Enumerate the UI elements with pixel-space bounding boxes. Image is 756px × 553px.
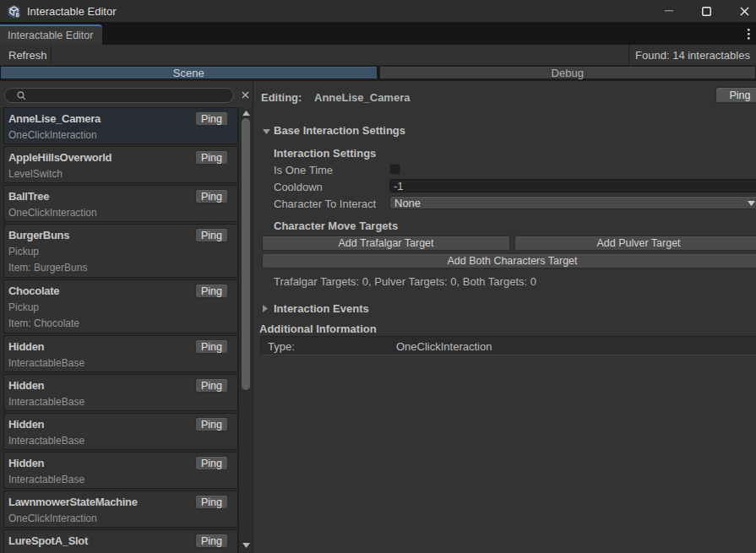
- list-item[interactable]: Hidden InteractableBase Ping: [3, 335, 238, 372]
- scroll-up-button[interactable]: [239, 107, 253, 118]
- add-trafalgar-target-button[interactable]: Add Trafalgar Target: [262, 236, 510, 251]
- editing-value: AnneLise_Camera: [314, 91, 410, 104]
- ping-label: Ping: [201, 152, 222, 164]
- list-item[interactable]: Hidden InteractableBase Ping: [3, 413, 238, 450]
- ping-button[interactable]: Ping: [195, 339, 228, 354]
- base-foldout-label: Base Interaction Settings: [274, 124, 405, 137]
- item-subtitle: OneClickInteraction: [8, 550, 229, 553]
- tab-label: Interactable Editor: [8, 30, 93, 41]
- titlebar: 6 Interactable Editor: [0, 0, 756, 23]
- interactable-editor-window: 6 Interactable Editor Interactable Edito…: [0, 0, 756, 553]
- list-item[interactable]: LureSpotA_Slot OneClickInteraction Ping: [3, 529, 238, 553]
- tab-menu-button[interactable]: [743, 27, 753, 41]
- ping-button[interactable]: Ping: [195, 456, 228, 470]
- kebab-menu-icon: [748, 29, 750, 40]
- list-item[interactable]: Hidden InteractableBase Ping: [3, 374, 238, 411]
- scroll-down-button[interactable]: [239, 539, 253, 550]
- scroll-down-icon: [242, 543, 250, 548]
- ping-label: Ping: [201, 285, 222, 297]
- item-subtitle: OneClickInteraction: [8, 205, 229, 221]
- is-one-time-label: Is One Time: [274, 164, 389, 176]
- search-field[interactable]: [4, 88, 234, 103]
- search-clear-button[interactable]: [238, 86, 253, 103]
- type-info-box: Type: OneClickInteraction: [260, 336, 756, 355]
- maximize-button[interactable]: [688, 0, 726, 22]
- ping-button[interactable]: Ping: [195, 150, 228, 165]
- target-buttons-row: Add Trafalgar Target Add Pulver Target: [262, 236, 756, 251]
- item-subtitle: OneClickInteraction: [8, 127, 229, 144]
- ping-label: Ping: [201, 535, 222, 547]
- window-controls: [650, 0, 756, 22]
- ping-button[interactable]: Ping: [195, 534, 228, 548]
- tab-debug-label: Debug: [552, 67, 584, 79]
- interaction-settings-header: Interaction Settings: [253, 146, 756, 161]
- item-subtitle: Item: BurgerBuns: [8, 260, 229, 276]
- ping-button[interactable]: Ping: [195, 378, 228, 393]
- list-scrollbar[interactable]: [238, 107, 253, 553]
- ping-button[interactable]: Ping: [195, 189, 228, 203]
- interaction-events-foldout[interactable]: Interaction Events: [253, 301, 756, 316]
- minimize-button[interactable]: [650, 0, 688, 22]
- ping-button[interactable]: Ping: [195, 228, 228, 242]
- add-both-characters-target-button[interactable]: Add Both Characters Target: [262, 253, 756, 268]
- add-trafalgar-label: Add Trafalgar Target: [338, 237, 433, 249]
- ping-button[interactable]: Ping: [195, 111, 228, 126]
- character-to-interact-dropdown[interactable]: None: [389, 196, 756, 209]
- ping-label: Ping: [201, 113, 222, 125]
- add-both-label: Add Both Characters Target: [447, 255, 577, 267]
- ping-button[interactable]: Ping: [195, 495, 228, 509]
- ping-button[interactable]: Ping: [195, 417, 228, 431]
- character-to-interact-row: Character To Interact None: [253, 195, 756, 212]
- list-item[interactable]: Hidden InteractableBase Ping: [3, 452, 238, 489]
- search-row: [0, 81, 253, 107]
- item-subtitle: OneClickInteraction: [8, 511, 229, 527]
- list-item[interactable]: Chocolate Pickup Item: Chocolate Ping: [3, 279, 238, 333]
- is-one-time-checkbox[interactable]: [389, 164, 400, 175]
- type-value: OneClickInteraction: [396, 340, 492, 353]
- events-foldout-label: Interaction Events: [274, 302, 369, 315]
- scrollbar-thumb[interactable]: [242, 118, 250, 390]
- list-item[interactable]: BurgerBuns Pickup Item: BurgerBuns Ping: [3, 224, 238, 278]
- additional-info-header-row: Additional Information: [253, 321, 756, 336]
- toolbar-spacer: [52, 45, 628, 65]
- tab-scene[interactable]: Scene: [0, 66, 378, 79]
- list-item[interactable]: LawnmowerStateMachine OneClickInteractio…: [3, 491, 238, 528]
- interactable-list: AnneLise_Camera OneClickInteraction Ping…: [3, 107, 238, 553]
- ping-label: Ping: [201, 230, 222, 241]
- targets-summary: Trafalgar Targets: 0, Pulver Targets: 0,…: [253, 274, 756, 290]
- search-input[interactable]: [27, 89, 228, 102]
- cooldown-input[interactable]: -1: [389, 179, 756, 192]
- foldout-collapsed-icon: [263, 302, 274, 315]
- additional-info-label: Additional Information: [259, 323, 377, 335]
- tab-scene-label: Scene: [173, 67, 204, 79]
- both-target-button-row: Add Both Characters Target: [262, 253, 756, 268]
- ping-label: Ping: [201, 458, 222, 469]
- foldout-open-icon: [263, 124, 274, 137]
- item-subtitle: InteractableBase: [8, 472, 229, 488]
- editing-ping-label: Ping: [729, 89, 750, 101]
- list-item[interactable]: AppleHillsOverworld LevelSwitch Ping: [3, 146, 238, 183]
- list-item[interactable]: BallTree OneClickInteraction Ping: [3, 185, 238, 222]
- editing-ping-button[interactable]: Ping: [715, 87, 756, 103]
- ping-label: Ping: [201, 191, 222, 203]
- base-interaction-settings-foldout[interactable]: Base Interaction Settings: [253, 122, 756, 138]
- minimize-icon: [665, 10, 673, 12]
- list-item[interactable]: AnneLise_Camera OneClickInteraction Ping: [3, 107, 238, 144]
- unity-app-icon: 6: [8, 4, 20, 19]
- cooldown-label: Cooldown: [274, 181, 389, 193]
- ping-button[interactable]: Ping: [195, 284, 228, 298]
- character-to-interact-value: None: [394, 197, 421, 209]
- tab-strip: Interactable Editor: [0, 23, 756, 45]
- add-pulver-target-button[interactable]: Add Pulver Target: [514, 236, 756, 251]
- ping-label: Ping: [201, 419, 222, 431]
- search-icon: [17, 91, 26, 100]
- close-button[interactable]: [726, 0, 756, 22]
- found-count-label: Found: 14 interactables: [635, 49, 750, 62]
- scroll-up-icon: [242, 111, 250, 116]
- tab-interactable-editor[interactable]: Interactable Editor: [0, 24, 102, 45]
- cooldown-row: Cooldown -1: [253, 178, 756, 195]
- maximize-icon: [702, 7, 711, 16]
- item-subtitle: Item: Chocolate: [8, 316, 229, 332]
- refresh-button[interactable]: Refresh: [0, 45, 52, 65]
- tab-debug[interactable]: Debug: [379, 66, 756, 79]
